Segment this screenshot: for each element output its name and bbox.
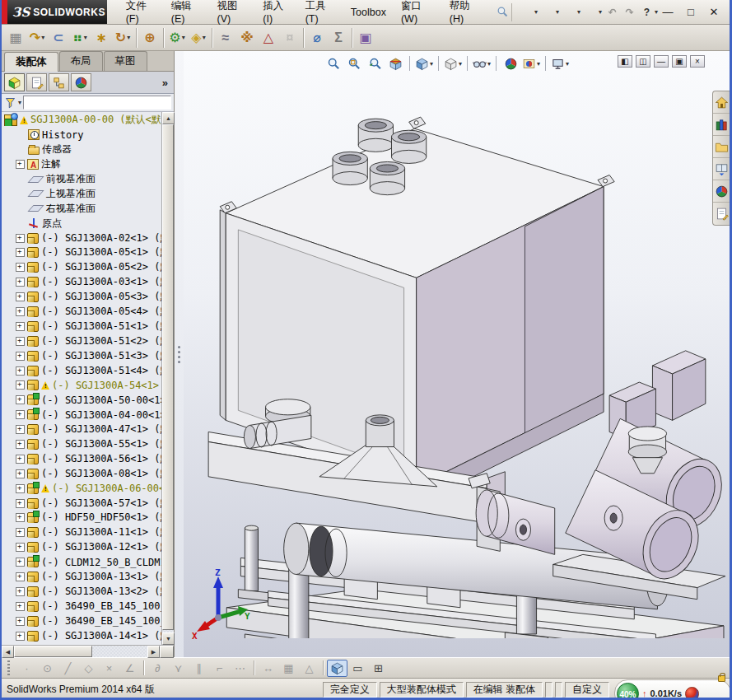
sketch-construction-button[interactable]: ⋯ [230, 660, 250, 677]
tree-item[interactable]: (-) SGJ1300A-14<1> (默认 [2, 628, 161, 643]
tree-item[interactable]: 右视基准面 [2, 201, 161, 216]
tree-item[interactable]: (-) SGJ1300A-54<1> ( [2, 378, 161, 393]
menu-item-3[interactable]: 插入(I) [255, 0, 297, 28]
help-button[interactable]: ?▾ [639, 5, 659, 20]
tree-item[interactable]: (-) SGJ1300A-04-00<1> ( [2, 408, 161, 422]
expand-toggle[interactable] [16, 587, 25, 596]
open-document-button[interactable]: ▾ [540, 5, 560, 20]
hscroll-track[interactable] [92, 646, 147, 657]
pane-split-button[interactable]: ◫ [636, 55, 650, 68]
panel-splitter[interactable] [175, 51, 184, 657]
print-document-button[interactable]: ▾ [583, 5, 603, 20]
component-tools-button[interactable]: ¤ [279, 27, 301, 49]
tree-filter-input[interactable] [23, 96, 171, 110]
tree-item[interactable]: SGJ1300A-00-00 (默认<默 [2, 113, 161, 128]
smart-dimension-button[interactable]: ↔ [258, 660, 278, 677]
rotate-component-button[interactable]: ↻▾ [112, 27, 133, 49]
dropdown-arrow-icon[interactable]: ▾ [577, 8, 580, 16]
tree-item[interactable]: (-) SGJ1300A-51<1> (默认 [2, 319, 161, 334]
dropdown-arrow-icon[interactable]: ▾ [537, 60, 540, 68]
expand-toggle[interactable] [16, 292, 25, 301]
search-icon[interactable] [493, 3, 512, 21]
tree-item[interactable]: (-) SGJ1300A-13<1> (默认 [2, 570, 161, 585]
tree-item[interactable]: (-) SGJ1300A-51<4> (默认 [2, 363, 161, 378]
filter-funnel-icon[interactable] [4, 96, 16, 109]
dropdown-arrow-icon[interactable]: ▾ [566, 60, 569, 68]
smart-fasteners-button[interactable]: ∗ [91, 27, 112, 49]
tree-item[interactable]: (-) SGJ1300A-05<3> (默认 [2, 290, 161, 305]
tree-item[interactable]: (-) SGJ1300A-03<1> (默认 [2, 275, 161, 290]
tree-item[interactable]: (-) SGJ1300A-51<3> (默认 [2, 348, 161, 363]
tree-item[interactable]: 注解 [2, 157, 161, 172]
motion-study-button[interactable]: ≈ [215, 27, 236, 49]
expand-toggle[interactable] [16, 469, 25, 478]
tree-item[interactable]: (-) SGJ1300A-05<4> (默认 [2, 305, 161, 320]
menu-item-1[interactable]: 编辑(E) [164, 0, 210, 28]
expand-toggle[interactable] [16, 395, 25, 404]
expand-toggle[interactable] [16, 425, 25, 434]
sketch-mirror-button[interactable]: ⋎ [168, 660, 189, 677]
tree-item[interactable]: History [2, 128, 161, 142]
expand-toggle[interactable] [16, 278, 25, 287]
filter-dropdown-arrow[interactable]: ▾ [18, 99, 21, 106]
memory-ball[interactable]: 40% [617, 683, 639, 700]
measure-button[interactable]: ⌀ [306, 27, 328, 49]
tab-草图[interactable]: 草图 [104, 51, 147, 71]
panel-chevron-icon[interactable]: » [162, 77, 171, 89]
new-document-button[interactable]: ▾ [519, 5, 539, 20]
expand-toggle[interactable] [16, 307, 25, 316]
tree-item[interactable]: (-) SGJ1300A-08<1> (默认 [2, 466, 161, 481]
dropdown-arrow-icon[interactable]: ▾ [534, 8, 538, 16]
graphics-viewport[interactable]: Z Y X ▾▾▾▾▾ ◧◫—▣× [184, 51, 730, 657]
system-monitor-overlay[interactable]: 40% ↑ 0.01K/s [614, 679, 731, 700]
minimize-document-button[interactable]: — [654, 55, 669, 68]
solidworks-resources-tab[interactable] [713, 91, 730, 114]
sketch-line-button[interactable]: ╱ [58, 660, 78, 677]
dropdown-arrow-icon[interactable]: ▾ [487, 60, 491, 68]
tree-item[interactable]: (-) SGJ1300A-51<2> (默认 [2, 334, 161, 348]
sketch-grid-button[interactable]: ▦ [278, 660, 299, 677]
security-ball-icon[interactable] [685, 687, 699, 700]
dropdown-arrow-icon[interactable]: ▾ [655, 8, 658, 16]
restore-document-button[interactable]: ▣ [672, 55, 687, 68]
zoom-to-fit-button[interactable] [324, 54, 343, 73]
mate-button[interactable]: ⊂ [48, 27, 69, 49]
save-document-button[interactable]: ▾ [562, 5, 581, 20]
expand-toggle[interactable] [16, 572, 25, 581]
expand-toggle[interactable] [16, 234, 25, 243]
scroll-right-arrow[interactable]: ▶ [147, 646, 160, 658]
tree-item[interactable]: (-) SGJ1300A-57<1> (默认 [2, 496, 161, 511]
undo-button[interactable]: ↶ [604, 5, 620, 20]
tree-item[interactable]: (-) SGJ1300A-11<1> (默认 [2, 525, 161, 540]
tab-装配体[interactable]: 装配体 [4, 52, 58, 72]
menu-item-6[interactable]: 窗口(W) [394, 0, 442, 28]
scroll-left-arrow[interactable]: ◀ [2, 646, 14, 658]
hide-show-items-button[interactable]: ▾ [472, 54, 492, 73]
view-settings-button[interactable]: ▾ [550, 54, 570, 73]
design-table-button[interactable]: ⊞ [368, 660, 389, 677]
expand-toggle[interactable] [16, 352, 25, 361]
menu-item-5[interactable]: Toolbox [343, 3, 394, 21]
drawing-sheet-button[interactable]: ▭ [347, 660, 368, 677]
tree-item[interactable]: (-) SGJ1300A-05<2> (默认 [2, 260, 161, 275]
toolbar-grip[interactable] [7, 660, 10, 676]
expand-toggle[interactable] [16, 499, 25, 508]
interference-detection-button[interactable]: △ [258, 27, 279, 49]
view-palette-tab[interactable] [713, 158, 730, 180]
configurationmanager-tab[interactable] [49, 73, 69, 91]
add-relation-button[interactable]: △ [299, 660, 319, 677]
close-window-button[interactable]: ✕ [705, 5, 723, 20]
tree-item[interactable]: (-) SGJ1300A-12<1> (默认 [2, 540, 161, 555]
sketch-angle-button[interactable]: ∠ [119, 660, 140, 677]
tree-item[interactable]: (-) SGJ1300A-56<1> (默认 [2, 451, 161, 466]
maximize-window-button[interactable]: □ [682, 5, 700, 20]
tree-item[interactable]: (-) SGJ1300A-05<1> (默认 [2, 245, 161, 260]
tab-布局[interactable]: 布局 [59, 51, 103, 71]
expand-toggle[interactable] [16, 513, 25, 522]
tree-item[interactable]: 上视基准面 [2, 186, 161, 201]
expand-toggle[interactable] [16, 602, 25, 611]
featuremanager-tree-tab[interactable] [4, 73, 25, 91]
expand-toggle[interactable] [16, 337, 25, 346]
expand-toggle[interactable] [16, 322, 25, 331]
apply-scene-button[interactable]: ▾ [521, 54, 541, 73]
